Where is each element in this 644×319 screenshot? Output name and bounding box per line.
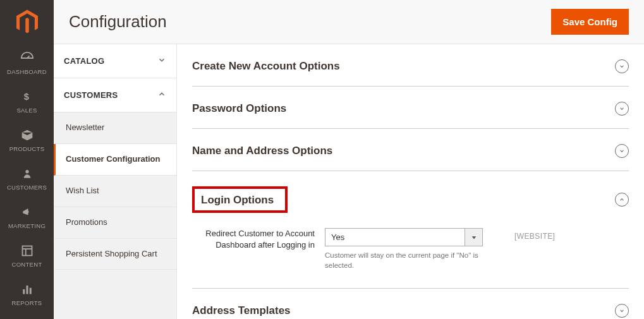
expand-icon — [615, 59, 629, 73]
nav-label: REPORTS — [3, 299, 51, 306]
nav-dashboard[interactable]: DASHBOARD — [0, 44, 54, 83]
box-icon — [3, 128, 51, 143]
page-header: Configuration Save Config — [54, 0, 644, 44]
scope-label: [WEBSITE] — [514, 228, 555, 241]
layout-icon — [3, 243, 51, 258]
chevron-up-icon — [157, 90, 166, 100]
svg-rect-3 — [22, 246, 32, 256]
chevron-down-icon — [157, 56, 166, 66]
nav-label: SALES — [3, 107, 51, 114]
section-title: Create New Account Options — [192, 60, 615, 73]
person-icon — [3, 166, 51, 181]
megaphone-icon — [3, 205, 51, 220]
config-panel: Create New Account Options Password Opti… — [177, 44, 644, 319]
nav-label: CONTENT — [3, 261, 51, 268]
redirect-help-text: Customer will stay on the current page i… — [325, 250, 483, 270]
subtab-wish-list[interactable]: Wish List — [54, 176, 176, 207]
redirect-field-label: Redirect Customer to Account Dashboard a… — [192, 228, 325, 270]
section-password[interactable]: Password Options — [192, 87, 629, 129]
expand-icon — [615, 144, 629, 158]
bars-icon — [3, 282, 51, 297]
nav-label: PRODUCTS — [3, 145, 51, 152]
collapse-icon — [615, 193, 629, 207]
tab-label: CUSTOMERS — [64, 90, 118, 100]
dollar-icon: $ — [3, 89, 51, 104]
config-tabs: CATALOG CUSTOMERS Newsletter Customer Co… — [54, 44, 177, 319]
subtab-persistent-shopping-cart[interactable]: Persistent Shopping Cart — [54, 239, 176, 270]
magento-logo[interactable] — [0, 0, 54, 44]
section-login-options[interactable]: Login Options — [192, 171, 629, 215]
nav-label: MARKETING — [3, 222, 51, 229]
nav-customers[interactable]: CUSTOMERS — [0, 160, 54, 198]
svg-text:$: $ — [23, 92, 28, 102]
section-title: Address Templates — [192, 304, 615, 317]
caret-down-icon — [465, 228, 483, 246]
svg-rect-6 — [23, 289, 25, 294]
subtab-promotions[interactable]: Promotions — [54, 207, 176, 239]
nav-sales[interactable]: $ SALES — [0, 83, 54, 121]
section-title: Login Options — [192, 186, 615, 213]
nav-label: DASHBOARD — [3, 68, 51, 75]
nav-label: CUSTOMERS — [3, 184, 51, 191]
select-value: Yes — [325, 228, 465, 246]
section-title: Password Options — [192, 102, 615, 115]
subtab-customer-configuration[interactable]: Customer Configuration — [54, 144, 176, 176]
section-title: Name and Address Options — [192, 145, 615, 157]
nav-content[interactable]: CONTENT — [0, 237, 54, 275]
nav-reports[interactable]: REPORTS — [0, 275, 54, 314]
svg-rect-8 — [29, 288, 31, 294]
section-title-text: Login Options — [201, 194, 274, 206]
svg-marker-9 — [471, 236, 476, 239]
svg-rect-7 — [26, 286, 28, 294]
nav-marketing[interactable]: MARKETING — [0, 198, 54, 237]
tab-customers[interactable]: CUSTOMERS — [54, 78, 176, 112]
expand-icon — [615, 304, 629, 318]
nav-products[interactable]: PRODUCTS — [0, 121, 54, 160]
svg-point-2 — [25, 170, 28, 173]
section-create-account[interactable]: Create New Account Options — [192, 44, 629, 87]
save-config-button[interactable]: Save Config — [551, 9, 629, 35]
section-address-templates[interactable]: Address Templates — [192, 289, 629, 319]
expand-icon — [615, 102, 629, 116]
redirect-select[interactable]: Yes — [325, 228, 483, 246]
admin-sidebar: DASHBOARD $ SALES PRODUCTS CUSTOMERS MAR… — [0, 0, 54, 319]
tab-label: CATALOG — [64, 56, 104, 66]
tab-catalog[interactable]: CATALOG — [54, 44, 176, 78]
gauge-icon — [3, 51, 51, 66]
highlight-annotation: Login Options — [192, 186, 288, 213]
page-title: Configuration — [69, 12, 551, 32]
login-options-fields: Redirect Customer to Account Dashboard a… — [192, 215, 629, 289]
subtab-newsletter[interactable]: Newsletter — [54, 112, 176, 144]
section-name-address[interactable]: Name and Address Options — [192, 129, 629, 171]
